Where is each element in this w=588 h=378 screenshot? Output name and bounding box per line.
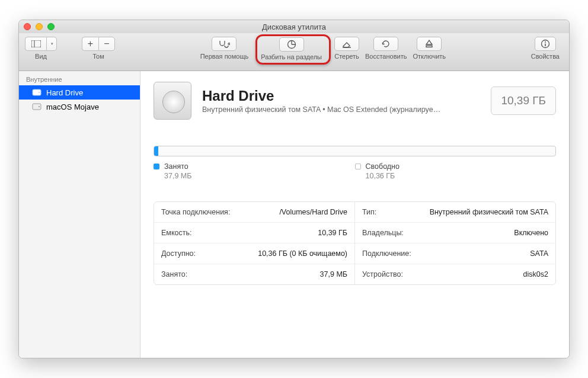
disk-header: Hard Drive Внутренний физический том SAT… (154, 82, 556, 120)
titlebar[interactable]: Дисковая утилита (19, 20, 569, 33)
pie-icon (287, 40, 296, 49)
info-value: Включено (514, 229, 548, 237)
info-row: Емкость:10,39 ГБ (154, 223, 354, 244)
info-key: Точка подключения: (161, 208, 230, 216)
info-group: Свойства (531, 37, 560, 60)
info-value: disk0s2 (523, 270, 548, 278)
plus-icon: + (88, 39, 93, 49)
info-key: Устройство: (362, 270, 403, 278)
internal-drive-icon (32, 88, 41, 97)
internal-drive-icon (32, 102, 41, 111)
remove-volume-button[interactable]: − (98, 37, 115, 51)
sidebar-header: Внутренние (19, 73, 140, 85)
view-menu-button[interactable]: ▾ (46, 37, 57, 51)
erase-label: Стереть (334, 53, 359, 60)
info-key: Тип: (362, 208, 376, 216)
partition-button[interactable] (279, 37, 304, 52)
sidebar-icon (31, 40, 41, 47)
info-table: Точка подключения:/Volumes/Hard Drive Ем… (154, 201, 556, 285)
info-button[interactable] (535, 37, 556, 51)
disk-name: Hard Drive (202, 88, 440, 104)
restore-icon (381, 39, 391, 49)
info-label: Свойства (531, 53, 560, 60)
erase-group: Стереть (334, 37, 359, 60)
info-row: Тип:Внутренний физический том SATA (355, 202, 555, 223)
sidebar: Внутренние Hard Drive macOS Mojave (19, 71, 140, 358)
restore-label: Восстановить (365, 53, 407, 60)
view-group: ▾ Вид (25, 37, 57, 60)
chevron-down-icon: ▾ (51, 41, 53, 46)
sidebar-item-label: macOS Mojave (46, 102, 99, 111)
add-volume-button[interactable]: + (82, 37, 98, 51)
info-right-column: Тип:Внутренний физический том SATA Владе… (355, 202, 555, 284)
sidebar-item-label: Hard Drive (46, 88, 83, 97)
info-value: /Volumes/Hard Drive (279, 208, 347, 216)
info-row: Владельцы:Включено (355, 223, 555, 244)
info-left-column: Точка подключения:/Volumes/Hard Drive Ем… (154, 202, 355, 284)
volume-label: Том (92, 53, 104, 60)
toolbar: ▾ Вид + − Том Первая помощь (19, 33, 569, 71)
partition-group: Разбить на разделы (261, 37, 322, 60)
sidebar-item-hard-drive[interactable]: Hard Drive (19, 85, 140, 100)
svg-point-11 (39, 106, 40, 107)
info-value: 37,9 МБ (320, 270, 347, 278)
info-row: Точка подключения:/Volumes/Hard Drive (154, 202, 354, 223)
legend-used-label: Занято (164, 162, 188, 171)
view-label: Вид (35, 53, 47, 60)
content-pane: Hard Drive Внутренний физический том SAT… (140, 71, 569, 358)
restore-button[interactable] (373, 37, 398, 51)
legend-used-swatch (154, 164, 159, 169)
info-key: Занято: (161, 270, 187, 278)
usage-bar (154, 146, 556, 156)
svg-rect-0 (31, 40, 41, 47)
info-key: Емкость: (161, 229, 191, 237)
legend-used-value: 37,9 МБ (164, 172, 355, 180)
unmount-button[interactable] (417, 37, 442, 51)
legend-free-label: Свободно (366, 162, 400, 171)
restore-group: Восстановить (365, 37, 407, 60)
app-window: Дисковая утилита ▾ Вид + − (18, 20, 570, 358)
info-row: Доступно:10,36 ГБ (0 КБ очищаемо) (154, 244, 354, 264)
highlight-partition: Разбить на разделы (255, 34, 331, 65)
minus-icon: − (104, 39, 109, 49)
disk-artwork-icon (154, 82, 191, 120)
info-key: Подключение: (362, 249, 411, 258)
partition-label: Разбить на разделы (261, 53, 322, 60)
info-value: 10,39 ГБ (318, 229, 347, 237)
unmount-group: Отключить (413, 37, 446, 60)
eject-icon (425, 39, 433, 49)
info-row: Занято:37,9 МБ (154, 264, 354, 284)
unmount-label: Отключить (413, 53, 446, 60)
view-button[interactable] (25, 37, 46, 51)
svg-point-9 (39, 92, 40, 93)
legend-free-value: 10,36 ГБ (366, 172, 557, 180)
window-body: Внутренние Hard Drive macOS Mojave Hard … (19, 71, 569, 358)
svg-rect-4 (426, 46, 432, 47)
legend-free: Свободно 10,36 ГБ (355, 162, 557, 180)
legend-free-swatch (355, 164, 361, 169)
svg-point-6 (545, 41, 546, 43)
info-row: Устройство:disk0s2 (355, 264, 555, 284)
usage-legend: Занято 37,9 МБ Свободно 10,36 ГБ (154, 162, 556, 180)
info-value: 10,36 ГБ (0 КБ очищаемо) (258, 249, 347, 258)
sidebar-item-macos-mojave[interactable]: macOS Mojave (19, 100, 140, 114)
disk-size-card: 10,39 ГБ (491, 87, 556, 115)
disk-subtitle: Внутренний физический том SATA • Mac OS … (202, 105, 440, 114)
first-aid-button[interactable] (212, 37, 237, 51)
legend-used: Занято 37,9 МБ (154, 162, 355, 180)
erase-button[interactable] (334, 37, 359, 51)
info-row: Подключение:SATA (355, 244, 555, 264)
window-title: Дисковая утилита (19, 23, 569, 31)
usage-fill (154, 146, 158, 156)
stethoscope-icon (218, 40, 230, 48)
first-aid-group: Первая помощь (200, 37, 249, 60)
erase-icon (341, 40, 352, 48)
info-value: SATA (530, 249, 548, 258)
info-value: Внутренний физический том SATA (430, 208, 548, 216)
info-icon (541, 39, 550, 49)
first-aid-label: Первая помощь (200, 53, 249, 60)
info-key: Владельцы: (362, 229, 404, 237)
volume-group: + − Том (82, 37, 115, 60)
disk-titles: Hard Drive Внутренний физический том SAT… (202, 88, 440, 114)
info-key: Доступно: (161, 249, 196, 258)
